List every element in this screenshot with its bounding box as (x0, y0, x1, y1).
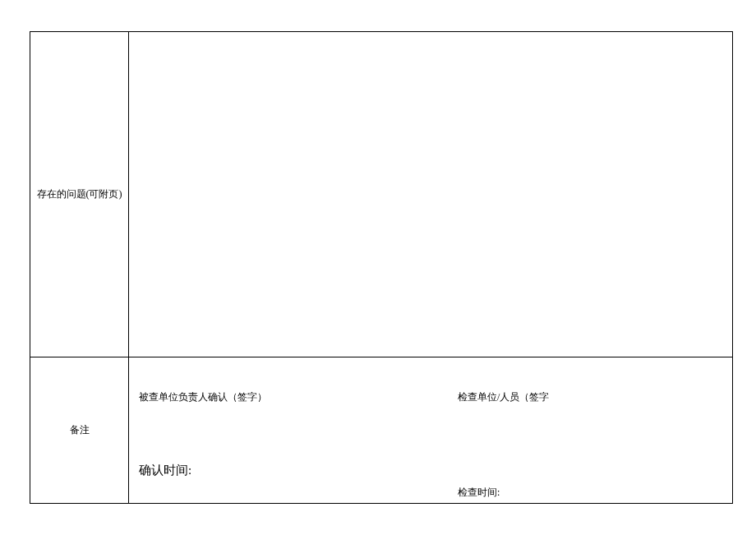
confirm-time-label: 确认时间: (139, 463, 191, 478)
problems-content-cell (129, 32, 733, 357)
problems-row: 存在的问题(可附页) (30, 32, 733, 357)
remarks-label-cell: 备注 (30, 357, 129, 504)
inspected-unit-signature-label: 被查单位负责人确认（签字） (139, 390, 267, 404)
remarks-content-cell: 被查单位负责人确认（签字） 检查单位/人员（签字 确认时间: 检查时间: (129, 357, 733, 504)
inspection-form-table: 存在的问题(可附页) 备注 被查单位负责人确认（签字） 检查单位/人员（签字 确… (30, 31, 733, 504)
remarks-label: 备注 (70, 424, 90, 436)
inspect-time-label: 检查时间: (458, 486, 500, 500)
problems-label: 存在的问题(可附页) (37, 188, 122, 200)
problems-label-cell: 存在的问题(可附页) (30, 32, 129, 357)
inspector-signature-label: 检查单位/人员（签字 (458, 390, 549, 404)
remarks-row: 备注 被查单位负责人确认（签字） 检查单位/人员（签字 确认时间: 检查时间: (30, 357, 733, 504)
